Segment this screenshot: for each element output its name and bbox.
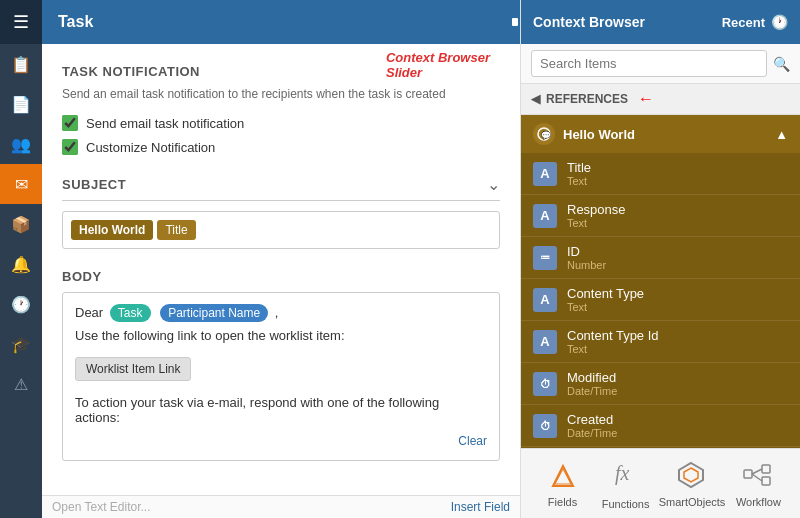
task-title: Task	[58, 13, 93, 31]
hello-world-collapse-icon[interactable]: ▲	[775, 127, 788, 142]
context-item-content-type-type: Text	[567, 301, 644, 313]
context-item-content-type-id-icon: A	[533, 330, 557, 354]
context-item-created-text: Created Date/Time	[567, 412, 617, 439]
task-panel: TASK NOTIFICATION Send an email task not…	[42, 44, 520, 495]
hello-world-label: Hello World	[563, 127, 635, 142]
body-section: BODY Dear Task Participant Name , Use th…	[62, 269, 500, 461]
comma: ,	[275, 305, 279, 320]
subject-header: SUBJECT ⌄	[62, 175, 500, 201]
context-item-modified-icon: ⏱	[533, 372, 557, 396]
hello-world-row[interactable]: 💬 Hello World ▲	[521, 115, 800, 153]
hamburger-icon[interactable]: ☰	[13, 11, 29, 33]
sidebar-item-email[interactable]: ✉	[0, 164, 42, 204]
clear-link[interactable]: Clear	[458, 434, 487, 448]
customize-notification-checkbox[interactable]	[62, 139, 78, 155]
hello-world-icon: 💬	[533, 123, 555, 145]
svg-rect-0	[512, 18, 518, 26]
context-item-id-text: ID Number	[567, 244, 606, 271]
chevron-down-icon[interactable]: ⌄	[487, 175, 500, 194]
search-icon: 🔍	[773, 56, 790, 72]
context-item-id-name: ID	[567, 244, 606, 259]
body-dear-line: Dear Task Participant Name ,	[75, 305, 487, 320]
arrow-right-red: ←	[638, 90, 654, 108]
functions-icon: fx	[611, 458, 641, 494]
smartobjects-icon	[676, 460, 708, 492]
body-title: BODY	[62, 269, 500, 284]
worklist-item-link-btn[interactable]: Worklist Item Link	[75, 357, 191, 381]
customize-notification-checkbox-row: Customize Notification	[62, 139, 500, 155]
svg-marker-7	[679, 463, 703, 487]
task-tag: Task	[110, 304, 151, 322]
context-item-response-icon: A	[533, 204, 557, 228]
toolbar-workflow[interactable]: Workflow	[728, 460, 788, 508]
svg-rect-9	[744, 470, 752, 478]
search-input[interactable]	[531, 50, 767, 77]
context-items-list: A Title Text A Response Text ≔ ID Number	[521, 153, 800, 448]
sidebar-item-graduation[interactable]: 🎓	[0, 324, 42, 364]
svg-marker-8	[684, 468, 698, 482]
context-item-content-type[interactable]: A Content Type Text	[521, 279, 800, 321]
context-item-content-type-icon: A	[533, 288, 557, 312]
context-item-response[interactable]: A Response Text	[521, 195, 800, 237]
context-item-content-type-id-type: Text	[567, 343, 659, 355]
toolbar-functions[interactable]: fx Functions	[596, 458, 656, 510]
context-item-modified[interactable]: ⏱ Modified Date/Time	[521, 363, 800, 405]
workflow-icon	[742, 460, 774, 492]
sidebar-item-warning[interactable]: ⚠	[0, 364, 42, 404]
sidebar-top: ☰	[0, 0, 42, 44]
context-item-created-type: Date/Time	[567, 427, 617, 439]
subject-field[interactable]: Hello World Title	[62, 211, 500, 249]
collapse-icon[interactable]: ◀	[531, 92, 540, 106]
customize-notification-label: Customize Notification	[86, 140, 215, 155]
send-email-checkbox-row: Send email task notification	[62, 115, 500, 131]
send-email-label: Send email task notification	[86, 116, 244, 131]
send-email-checkbox[interactable]	[62, 115, 78, 131]
sidebar-item-documents[interactable]: 📋	[0, 44, 42, 84]
svg-line-12	[752, 469, 762, 474]
context-item-modified-text: Modified Date/Time	[567, 370, 617, 397]
body-editor[interactable]: Dear Task Participant Name , Use the fol…	[62, 292, 500, 461]
context-browser-title: Context Browser	[533, 14, 645, 30]
sidebar-item-clock[interactable]: 🕐	[0, 284, 42, 324]
svg-text:💬: 💬	[541, 130, 551, 140]
context-item-created[interactable]: ⏱ Created Date/Time	[521, 405, 800, 447]
insert-field-bar: Open Text Editor... Insert Field	[42, 495, 520, 518]
task-notification-title: TASK NOTIFICATION	[62, 64, 500, 79]
sidebar-item-bell[interactable]: 🔔	[0, 244, 42, 284]
context-browser-slider-btn[interactable]	[499, 4, 520, 40]
bottom-toolbar: Fields fx Functions SmartObjects	[521, 448, 800, 518]
svg-rect-11	[762, 477, 770, 485]
toolbar-fields[interactable]: Fields	[533, 460, 593, 508]
subject-section: SUBJECT ⌄ Hello World Title	[62, 175, 500, 249]
context-item-content-type-id[interactable]: A Content Type Id Text	[521, 321, 800, 363]
context-item-title-type: Text	[567, 175, 591, 187]
context-item-id-type: Number	[567, 259, 606, 271]
context-item-response-text: Response Text	[567, 202, 626, 229]
context-item-title-icon: A	[533, 162, 557, 186]
open-text-editor-label: Open Text Editor...	[52, 500, 151, 514]
context-item-content-type-name: Content Type	[567, 286, 644, 301]
svg-text:fx: fx	[615, 462, 630, 485]
task-header: Task Context BrowserSlider	[42, 0, 520, 44]
context-browser-header: Context Browser Recent 🕐	[521, 0, 800, 44]
context-item-title[interactable]: A Title Text	[521, 153, 800, 195]
workflow-label: Workflow	[736, 496, 781, 508]
context-item-id[interactable]: ≔ ID Number	[521, 237, 800, 279]
toolbar-smartobjects[interactable]: SmartObjects	[659, 460, 726, 508]
subject-title: SUBJECT	[62, 177, 126, 192]
recent-label[interactable]: Recent	[722, 15, 765, 30]
context-panel: Context Browser Recent 🕐 🔍 ◀ REFERENCES …	[520, 0, 800, 518]
main-wrapper: Task Context BrowserSlider TASK NOTIFICA…	[42, 0, 800, 518]
insert-field-label[interactable]: Insert Field	[451, 500, 510, 514]
context-item-content-type-text: Content Type Text	[567, 286, 644, 313]
context-item-content-type-id-text: Content Type Id Text	[567, 328, 659, 355]
fields-icon	[547, 460, 579, 492]
clock-icon: 🕐	[771, 14, 788, 30]
participant-tag: Participant Name	[160, 304, 268, 322]
sidebar-item-file[interactable]: 📄	[0, 84, 42, 124]
functions-label: Functions	[602, 498, 650, 510]
sidebar-item-package[interactable]: 📦	[0, 204, 42, 244]
context-item-id-icon: ≔	[533, 246, 557, 270]
context-item-modified-name: Modified	[567, 370, 617, 385]
sidebar-item-users[interactable]: 👥	[0, 124, 42, 164]
